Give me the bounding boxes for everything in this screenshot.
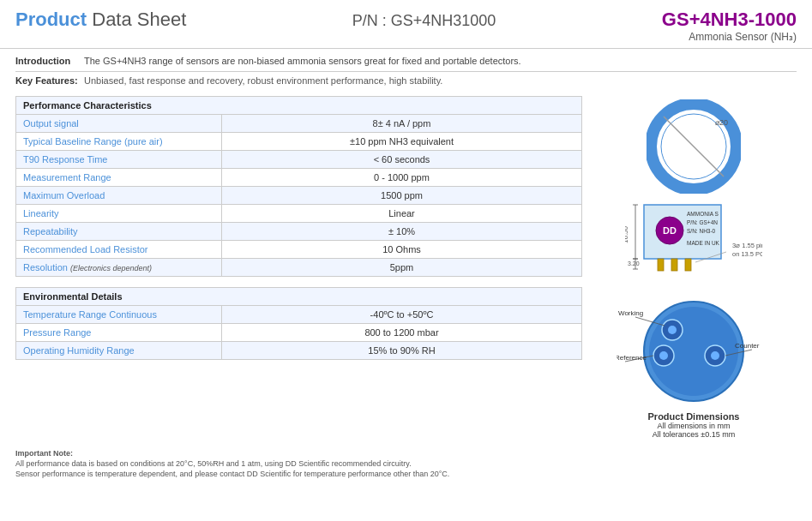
table-row: Operating Humidity Range15% to 90% RH xyxy=(16,342,582,360)
table-row: Repeatability± 10% xyxy=(16,223,582,241)
svg-text:MADE IN UK: MADE IN UK xyxy=(687,240,720,246)
row-value: 15% to 90% RH xyxy=(222,342,582,360)
row-label: Maximum Overload xyxy=(16,187,222,205)
svg-text:Working: Working xyxy=(618,309,643,317)
page-title: Product Data Sheet xyxy=(15,9,186,31)
svg-point-28 xyxy=(668,326,677,334)
table-row: Temperature Range Continuous-40ºC to +50… xyxy=(16,306,582,324)
intro-text: The GS+4NH3 range of sensors are non-bia… xyxy=(84,56,521,66)
svg-text:AMMONIA S: AMMONIA S xyxy=(687,211,719,217)
row-label: Repeatability xyxy=(16,223,222,241)
table-row: Pressure Range800 to 1200 mbar xyxy=(16,324,582,342)
footnote-line2: Sensor performance is temperature depend… xyxy=(15,470,797,478)
diagram-area: ⌀20 16.50 3.20 DD AMMONIA S xyxy=(591,96,797,439)
table-row: T90 Response Time< 60 seconds xyxy=(16,151,582,169)
row-label: Operating Humidity Range xyxy=(16,342,222,360)
row-value: 800 to 1200 mbar xyxy=(222,324,582,342)
environmental-table: Environmental Details Temperature Range … xyxy=(15,287,582,360)
model-number: GS+4NH3-1000 xyxy=(662,9,797,31)
key-features-row: Key Features: Unbiased, fast response an… xyxy=(15,75,797,86)
table-row: Measurement Range0 - 1000 ppm xyxy=(16,169,582,187)
svg-rect-20 xyxy=(671,259,677,271)
intro-section: Introduction The GS+4NH3 range of sensor… xyxy=(0,49,812,89)
title-rest: Data Sheet xyxy=(87,9,186,30)
row-value: -40ºC to +50ºC xyxy=(222,306,582,324)
header-right: GS+4NH3-1000 Ammonia Sensor (NH₃) xyxy=(662,9,797,43)
footnote-important: Important Note: xyxy=(15,449,797,458)
svg-text:3⌀ 1.55 pins: 3⌀ 1.55 pins xyxy=(732,242,762,249)
svg-text:S/N: NH3-0: S/N: NH3-0 xyxy=(687,228,716,234)
svg-point-32 xyxy=(711,351,719,360)
intro-row: Introduction The GS+4NH3 range of sensor… xyxy=(15,56,797,72)
row-label: Resolution (Electronics dependent) xyxy=(16,259,222,277)
dim-title: Product Dimensions xyxy=(648,411,740,422)
row-value: 5ppm xyxy=(222,259,582,277)
row-label: Recommended Load Resistor xyxy=(16,241,222,259)
svg-text:Reference: Reference xyxy=(617,354,647,362)
row-label: T90 Response Time xyxy=(16,151,222,169)
table-row: Typical Baseline Range (pure air)±10 ppm… xyxy=(16,133,582,151)
table-row: Maximum Overload1500 ppm xyxy=(16,187,582,205)
row-value: < 60 seconds xyxy=(222,151,582,169)
header-left: Product Data Sheet xyxy=(15,9,186,31)
environmental-header: Environmental Details xyxy=(16,288,582,306)
key-features-label: Key Features: xyxy=(15,75,84,86)
intro-label: Introduction xyxy=(15,56,84,66)
svg-text:16.50: 16.50 xyxy=(625,225,629,243)
part-number: P/N : GS+4NH31000 xyxy=(352,12,496,30)
row-value: 0 - 1000 ppm xyxy=(222,169,582,187)
svg-text:P/N: GS+4N: P/N: GS+4N xyxy=(687,219,718,225)
row-label: Pressure Range xyxy=(16,324,222,342)
dim-sub1: All dimensions in mm xyxy=(648,422,740,430)
page-header: Product Data Sheet P/N : GS+4NH31000 GS+… xyxy=(0,0,812,49)
row-label: Output signal xyxy=(16,115,222,133)
footnotes: Important Note: All performance data is … xyxy=(0,446,812,483)
svg-text:on 13.5 PCD: on 13.5 PCD xyxy=(732,250,762,258)
row-label: Measurement Range xyxy=(16,169,222,187)
row-value: 8± 4 nA / ppm xyxy=(222,115,582,133)
header-center: P/N : GS+4NH31000 xyxy=(352,9,496,30)
tables-column: Performance Characteristics Output signa… xyxy=(15,96,582,439)
performance-header: Performance Characteristics xyxy=(16,97,582,115)
row-value: 1500 ppm xyxy=(222,187,582,205)
sensor-top-view: ⌀20 xyxy=(647,99,741,194)
row-label: Linearity xyxy=(16,205,222,223)
table-row: Output signal8± 4 nA / ppm xyxy=(16,115,582,133)
model-subtitle: Ammonia Sensor (NH₃) xyxy=(662,31,797,43)
svg-text:Counter: Counter xyxy=(735,342,760,350)
row-value: ±10 ppm NH3 equivalent xyxy=(222,133,582,151)
product-dimensions-title: Product Dimensions All dimensions in mm … xyxy=(648,411,740,439)
table-row: LinearityLinear xyxy=(16,205,582,223)
sensor-bottom-diagram: Working Reference Counter xyxy=(617,283,771,411)
main-content: Performance Characteristics Output signa… xyxy=(0,89,812,446)
key-features-text: Unbiased, fast response and recovery, ro… xyxy=(84,75,442,86)
table-row: Resolution (Electronics dependent)5ppm xyxy=(16,259,582,277)
svg-text:DD: DD xyxy=(663,225,677,236)
svg-text:⌀20: ⌀20 xyxy=(715,118,728,127)
footnote-line1: All performance data is based on conditi… xyxy=(15,459,797,468)
performance-table: Performance Characteristics Output signa… xyxy=(15,96,582,277)
row-value: Linear xyxy=(222,205,582,223)
svg-point-30 xyxy=(659,351,668,360)
sensor-side-view: 16.50 3.20 DD AMMONIA S P/N: GS+4N S/N: … xyxy=(625,201,762,278)
table-row: Recommended Load Resistor10 Ohms xyxy=(16,241,582,259)
row-label: Typical Baseline Range (pure air) xyxy=(16,133,222,151)
sensor-bottom-svg: Working Reference Counter xyxy=(617,283,771,411)
title-bold: Product xyxy=(15,9,87,30)
diagram-column: ⌀20 16.50 3.20 DD AMMONIA S xyxy=(591,96,797,439)
svg-rect-19 xyxy=(658,259,664,271)
svg-text:3.20: 3.20 xyxy=(628,260,640,266)
row-label: Temperature Range Continuous xyxy=(16,306,222,324)
row-value: 10 Ohms xyxy=(222,241,582,259)
row-value: ± 10% xyxy=(222,223,582,241)
svg-rect-21 xyxy=(685,259,691,271)
dim-sub2: All tolerances ±0.15 mm xyxy=(648,430,740,439)
